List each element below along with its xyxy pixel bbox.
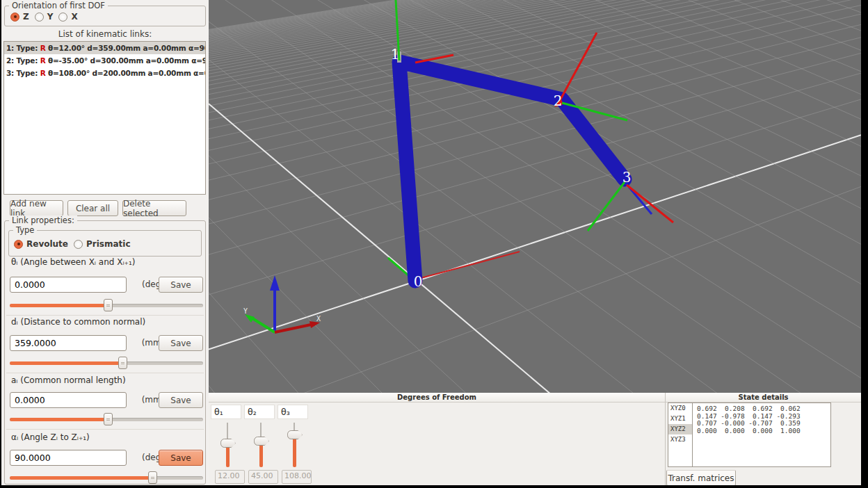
- add-new-link-button[interactable]: Add new link: [10, 200, 63, 216]
- param-value-input[interactable]: [10, 277, 127, 293]
- radio-icon[interactable]: [58, 13, 67, 22]
- slider-fill: [10, 418, 108, 421]
- type-radio-group: RevolutePrismatic: [14, 239, 131, 249]
- param-slider[interactable]: [10, 357, 203, 369]
- link-index: 2:: [6, 56, 17, 65]
- dof-slider-track[interactable]: [227, 423, 228, 441]
- kinematic-link-row[interactable]: 3: Type: R θ=108.00° d=200.00mm a=0.00mm…: [4, 67, 205, 79]
- grid-line: [209, 0, 861, 284]
- radio-label: X: [71, 12, 77, 22]
- param-value-input[interactable]: [10, 335, 127, 351]
- world-y-arrowhead: [245, 314, 255, 323]
- param-save-button[interactable]: Save: [159, 335, 203, 351]
- grid-line: [209, 186, 861, 393]
- grid-line: [209, 0, 861, 139]
- section-divider: [6, 373, 204, 373]
- slider-handle[interactable]: [104, 413, 113, 425]
- delete-selected-button[interactable]: Delete selected: [122, 200, 186, 216]
- joint-label-2: 2: [554, 92, 563, 109]
- link-params: θ=-35.00° d=300.00mm a=0.00mm α=90.00°: [46, 56, 206, 65]
- dh-simulator-window: Orientation of first DOF ZYX List of kin…: [0, 0, 868, 488]
- joint3-x-axis: [627, 185, 673, 222]
- orientation-frame-label: Orientation of first DOF: [9, 1, 108, 10]
- grid-line: [209, 0, 861, 393]
- grid-line: [209, 0, 861, 378]
- slider-handle[interactable]: [104, 299, 113, 311]
- param-save-button[interactable]: Save: [159, 392, 203, 408]
- param-slider[interactable]: [10, 413, 203, 425]
- radio-icon[interactable]: [10, 13, 19, 22]
- dof-panel-title: Degrees of Freedom: [209, 393, 665, 402]
- dof-value: 12.00: [215, 470, 245, 484]
- orientation-frame: Orientation of first DOF ZYX: [4, 6, 206, 26]
- param-label: aᵢ (Common normal length): [11, 375, 126, 385]
- tab-transf-matrices[interactable]: Transf. matrices: [666, 470, 736, 487]
- grid-line: [209, 0, 861, 90]
- link-properties-label: Link properties:: [9, 215, 77, 225]
- dof-value: 108.00: [282, 470, 312, 484]
- section-divider: [6, 315, 204, 316]
- dof-label: θ₁: [211, 405, 241, 419]
- frame-list[interactable]: XYZ0XYZ1XYZ2XYZ3: [668, 402, 693, 467]
- window-edge: [0, 485, 868, 488]
- dof-slider-handle[interactable]: [220, 439, 236, 448]
- 3d-viewport[interactable]: 0123YX: [209, 0, 861, 393]
- matrix-row: 0.707 -0.000 -0.707 0.359: [697, 420, 830, 428]
- kinematic-links-list[interactable]: 1: Type: R θ=12.00° d=359.00mm a=0.00mm …: [3, 41, 206, 195]
- grid-line: [209, 386, 861, 393]
- kinematic-link-row[interactable]: 1: Type: R θ=12.00° d=359.00mm a=0.00mm …: [4, 42, 205, 54]
- radio-icon[interactable]: [14, 240, 23, 249]
- orientation-option-y[interactable]: Y: [35, 12, 54, 22]
- param-label: αᵢ (Angle Zᵢ to Zᵢ₊₁): [11, 432, 90, 442]
- type-frame-label: Type: [13, 225, 37, 235]
- grid-axis-line: [209, 135, 861, 349]
- clear-all-button[interactable]: Clear all: [67, 200, 118, 216]
- radio-icon[interactable]: [35, 13, 44, 22]
- grid-line: [209, 38, 861, 200]
- type-option-prismatic[interactable]: Prismatic: [74, 239, 131, 249]
- radio-label: Prismatic: [86, 239, 131, 249]
- param-slider[interactable]: [10, 471, 203, 484]
- param-label: dᵢ (Distance to common normal): [11, 317, 145, 327]
- kinematic-link-row[interactable]: 2: Type: R θ=-35.00° d=300.00mm a=0.00mm…: [4, 54, 205, 67]
- type-option-revolute[interactable]: Revolute: [14, 239, 68, 249]
- robot-arm: [399, 62, 625, 281]
- param-value-input[interactable]: [10, 392, 127, 408]
- section-divider: [6, 429, 204, 430]
- link-params: θ=108.00° d=200.00mm a=0.00mm α=0.00°: [46, 69, 206, 77]
- param-value-input[interactable]: [10, 450, 127, 466]
- slider-handle[interactable]: [118, 357, 127, 369]
- param-save-button[interactable]: Save: [159, 277, 203, 293]
- joint-label-0: 0: [414, 273, 423, 290]
- matrix-row: 0.000 0.000 0.000 1.000: [697, 428, 830, 435]
- dof-label: θ₃: [278, 405, 308, 419]
- dof-value: 45.00: [248, 470, 278, 484]
- grid-line: [209, 0, 861, 85]
- grid-line: [209, 218, 861, 393]
- orientation-option-z[interactable]: Z: [10, 12, 29, 22]
- frame-list-item[interactable]: XYZ1: [668, 414, 692, 424]
- radio-label: Revolute: [26, 239, 68, 249]
- slider-fill: [10, 476, 152, 480]
- frame-list-item[interactable]: XYZ3: [668, 434, 692, 445]
- state-details-panel: State details XYZ0XYZ1XYZ2XYZ3 0.692 0.2…: [666, 393, 861, 485]
- orientation-option-x[interactable]: X: [58, 12, 77, 22]
- joint1-x-axis: [415, 55, 453, 63]
- link-type-label: Type:: [17, 69, 40, 77]
- robot-scene: 0123YX: [209, 0, 861, 393]
- radio-icon[interactable]: [74, 240, 83, 249]
- state-panel-title: State details: [666, 393, 861, 402]
- param-save-button[interactable]: Save: [159, 450, 203, 466]
- frame-list-item[interactable]: XYZ0: [668, 403, 692, 414]
- dof-slider-handle[interactable]: [254, 437, 269, 446]
- matrix-row: 0.692 0.208 0.692 0.062: [697, 405, 830, 413]
- orientation-radio-group: ZYX: [10, 12, 78, 22]
- world-y-label: Y: [243, 307, 248, 315]
- grid-axis-line: [209, 104, 861, 393]
- slider-handle[interactable]: [148, 471, 157, 484]
- frame-list-item[interactable]: XYZ2: [668, 424, 692, 434]
- joint-label-1: 1: [391, 46, 400, 63]
- param-slider[interactable]: [10, 299, 203, 311]
- dof-slider-handle[interactable]: [287, 430, 303, 439]
- radio-label: Y: [47, 12, 54, 22]
